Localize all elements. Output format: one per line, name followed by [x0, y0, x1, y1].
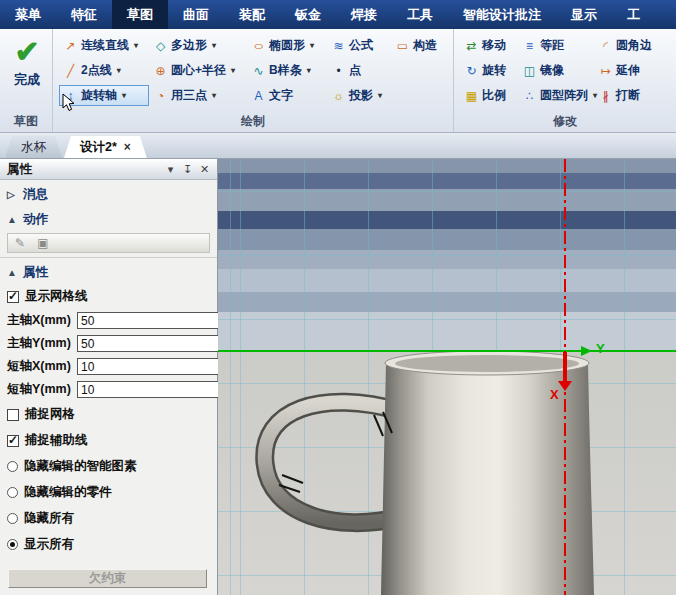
fillet-icon: ◜ — [598, 39, 613, 53]
snap-guides-checkbox[interactable] — [7, 435, 19, 447]
tool-move[interactable]: ⇄ 移动 — [460, 35, 518, 56]
menu-item-surface[interactable]: 曲面 — [168, 0, 224, 29]
collapsed-arrow-icon: ▷ — [7, 189, 17, 200]
finish-button[interactable]: 完成 — [14, 71, 40, 89]
modify-group: ⇄ 移动 ≡ 等距 ◜ 圆角边 ↻ 旋转 ◫ 镜像 ↦ 延伸 — [453, 29, 676, 132]
menu-item-weld[interactable]: 焊接 — [336, 0, 392, 29]
tool-label: 镜像 — [540, 62, 564, 79]
hide-smart-elements-radio[interactable] — [7, 461, 18, 472]
tool-label: 连续直线 — [81, 37, 129, 54]
tool-bspline[interactable]: ∿ B样条 — [247, 60, 327, 81]
minor-x-input[interactable] — [77, 358, 240, 375]
tool-formula[interactable]: ≋ 公式 — [327, 35, 391, 56]
tab-shuibei[interactable]: 水杯 — [5, 136, 62, 158]
show-gridlines-row: 显示网格线 — [0, 283, 217, 309]
menu-item-sheetmetal[interactable]: 钣金 — [280, 0, 336, 29]
menu-item-sketch[interactable]: 草图 — [112, 0, 168, 29]
tool-label: 移动 — [482, 37, 506, 54]
tool-mirror[interactable]: ◫ 镜像 — [518, 60, 594, 81]
viewport-canvas[interactable]: Y X — [218, 159, 676, 595]
circle-center-radius-icon: ⊕ — [153, 64, 168, 78]
tab-close-icon[interactable]: × — [124, 141, 131, 153]
ellipse-icon: ○ — [248, 39, 270, 53]
modify-group-label: 修改 — [454, 113, 676, 130]
move-icon: ⇄ — [464, 39, 479, 53]
tool-three-point[interactable]: ◔ 用三点 — [149, 85, 247, 106]
construct-icon: ▭ — [395, 39, 410, 53]
section-message[interactable]: ▷ 消息 — [0, 180, 217, 205]
minor-y-label: 短轴Y(mm) — [7, 381, 73, 398]
mug-model[interactable] — [218, 159, 676, 595]
menu-bar: 菜单 特征 草图 曲面 装配 钣金 焊接 工具 智能设计批注 显示 工 — [0, 0, 676, 29]
finish-check-icon[interactable]: ✔ — [14, 35, 39, 69]
snap-grid-checkbox[interactable] — [7, 409, 19, 421]
tool-rotate[interactable]: ↻ 旋转 — [460, 60, 518, 81]
y-axis-line[interactable] — [218, 350, 676, 352]
tool-circular-pattern[interactable]: ∴ 圆型阵列 — [518, 85, 594, 106]
mug-body — [381, 364, 594, 595]
menu-item-clipped[interactable]: 工 — [612, 0, 655, 29]
show-gridlines-checkbox[interactable] — [7, 291, 19, 303]
expanded-arrow-icon: ▲ — [7, 214, 17, 225]
menu-item-smart-annotation[interactable]: 智能设计批注 — [448, 0, 556, 29]
edit-tool-icon[interactable]: ✎ — [11, 236, 29, 250]
tool-construct[interactable]: ▭ 构造 — [391, 35, 449, 56]
menu-item-menu[interactable]: 菜单 — [0, 0, 56, 29]
tool-offset[interactable]: ≡ 等距 — [518, 35, 594, 56]
hide-all-radio[interactable] — [7, 513, 18, 524]
tool-text[interactable]: A 文字 — [247, 85, 327, 106]
point-icon: • — [331, 64, 346, 78]
tool-label: 椭圆形 — [269, 37, 305, 54]
draw-group: ↗ 连续直线 ◇ 多边形 ○ 椭圆形 ≋ 公式 ▭ 构造 ╱ 2点线 — [52, 29, 453, 132]
minor-y-row: 短轴Y(mm) — [0, 378, 217, 401]
checkbox-label: 捕捉辅助线 — [25, 432, 88, 449]
menu-item-tools[interactable]: 工具 — [392, 0, 448, 29]
section-properties[interactable]: ▲ 属性 — [0, 258, 217, 283]
panel-header: 属性 ▾ ↧ ✕ — [0, 159, 217, 180]
break-icon: ∦ — [598, 89, 613, 103]
minor-y-input[interactable] — [77, 381, 240, 398]
major-x-input[interactable] — [77, 312, 240, 329]
tool-extend[interactable]: ↦ 延伸 — [594, 60, 672, 81]
tool-scale[interactable]: ▦ 比例 — [460, 85, 518, 106]
select-tool-icon[interactable]: ▣ — [34, 236, 52, 250]
hide-edited-parts-radio[interactable] — [7, 487, 18, 498]
modify-tool-grid: ⇄ 移动 ≡ 等距 ◜ 圆角边 ↻ 旋转 ◫ 镜像 ↦ 延伸 — [460, 33, 672, 108]
tool-point[interactable]: • 点 — [327, 60, 391, 81]
under-constrained-status: 欠约束 — [8, 569, 207, 588]
tool-continuous-line[interactable]: ↗ 连续直线 — [59, 35, 149, 56]
tool-label: 圆角边 — [616, 37, 652, 54]
section-label: 动作 — [23, 211, 48, 228]
text-icon: A — [251, 89, 266, 103]
minor-x-row: 短轴X(mm) — [0, 355, 217, 378]
menu-item-display[interactable]: 显示 — [556, 0, 612, 29]
tool-label: 延伸 — [616, 62, 640, 79]
tool-fillet[interactable]: ◜ 圆角边 — [594, 35, 672, 56]
panel-close-icon[interactable]: ✕ — [196, 163, 213, 176]
two-point-line-icon: ╱ — [63, 64, 78, 78]
menu-item-assembly[interactable]: 装配 — [224, 0, 280, 29]
radio-label: 隐藏所有 — [24, 510, 74, 527]
section-action[interactable]: ▲ 动作 — [0, 205, 217, 230]
tab-design2[interactable]: 设计2* × — [64, 136, 147, 158]
panel-pin-icon[interactable]: ↧ — [179, 163, 196, 176]
tool-polygon[interactable]: ◇ 多边形 — [149, 35, 247, 56]
panel-collapse-icon[interactable]: ▾ — [162, 163, 179, 176]
tool-break[interactable]: ∦ 打断 — [594, 85, 672, 106]
major-y-input[interactable] — [77, 335, 240, 352]
y-axis-label: Y — [596, 341, 605, 356]
menu-item-feature[interactable]: 特征 — [56, 0, 112, 29]
tool-circle-center-radius[interactable]: ⊕ 圆心+半径 — [149, 60, 247, 81]
draw-group-label: 绘制 — [53, 113, 453, 130]
show-all-radio[interactable] — [7, 539, 18, 550]
radio-hide-all-row: 隐藏所有 — [0, 505, 217, 531]
tool-two-point-line[interactable]: ╱ 2点线 — [59, 60, 149, 81]
tool-label: 打断 — [616, 87, 640, 104]
tool-projection[interactable]: ☼ 投影 — [327, 85, 391, 106]
radio-hide-smart-elements-row: 隐藏编辑的智能图素 — [0, 453, 217, 479]
offset-icon: ≡ — [522, 39, 537, 53]
continuous-line-icon: ↗ — [63, 39, 78, 53]
radio-show-all-row: 显示所有 — [0, 531, 217, 557]
tool-ellipse[interactable]: ○ 椭圆形 — [247, 35, 327, 56]
x-axis-label: X — [550, 387, 559, 402]
